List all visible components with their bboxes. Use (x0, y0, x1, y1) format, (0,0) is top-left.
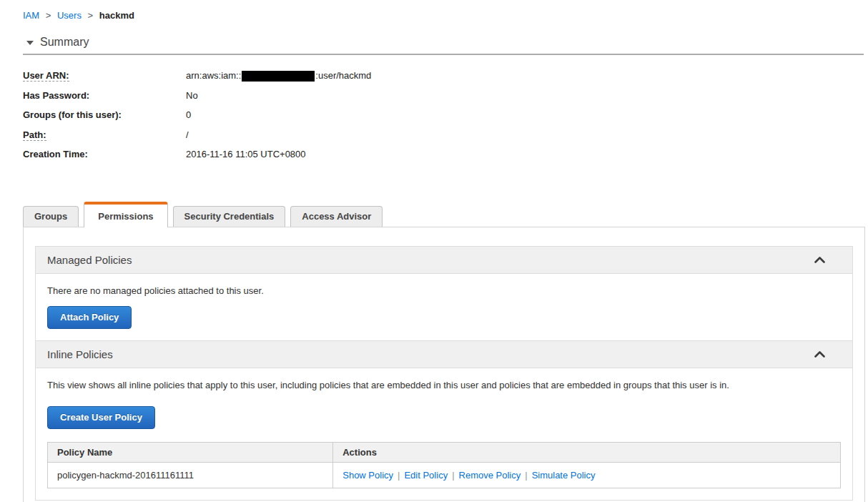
summary-fields: User ARN: arn:aws:iam:::user/hackmd Has … (23, 66, 864, 164)
groups-count-value: 0 (186, 109, 191, 120)
breadcrumb-separator: > (88, 10, 94, 21)
edit-policy-link[interactable]: Edit Policy (404, 470, 448, 481)
managed-policies-body: There are no managed policies attached t… (36, 274, 852, 340)
inline-policies-title: Inline Policies (47, 348, 113, 360)
inline-policies-description: This view shows all inline policies that… (47, 379, 841, 391)
creation-time-value: 2016-11-16 11:05 UTC+0800 (186, 149, 306, 159)
field-row-user-arn: User ARN: arn:aws:iam:::user/hackmd (23, 66, 864, 86)
breadcrumb-current-user: hackmd (99, 10, 134, 21)
inline-policies-section: Inline Policies This view shows all inli… (35, 340, 853, 501)
managed-policies-header[interactable]: Managed Policies (36, 247, 852, 274)
field-row-creation-time: Creation Time: 2016-11-16 11:05 UTC+0800 (23, 144, 864, 164)
attach-policy-button[interactable]: Attach Policy (47, 306, 132, 329)
user-arn-label: User ARN: (23, 70, 186, 81)
tab-access-advisor[interactable]: Access Advisor (290, 206, 383, 227)
breadcrumb-link-iam[interactable]: IAM (23, 10, 39, 21)
field-row-groups: Groups (for this user): 0 (23, 105, 864, 125)
path-value: / (186, 129, 189, 140)
has-password-label: Has Password: (23, 90, 186, 101)
breadcrumb-separator: > (46, 10, 51, 21)
managed-policies-empty-message: There are no managed policies attached t… (47, 285, 841, 297)
tab-security-credentials[interactable]: Security Credentials (173, 206, 286, 227)
breadcrumb: IAM > Users > hackmd (23, 10, 864, 21)
field-row-path: Path: / (23, 125, 864, 145)
table-header-row: Policy Name Actions (48, 442, 841, 462)
action-separator: | (525, 470, 527, 481)
remove-policy-link[interactable]: Remove Policy (459, 470, 521, 481)
action-separator: | (452, 470, 454, 481)
collapse-chevron-icon[interactable] (813, 350, 841, 359)
field-row-has-password: Has Password: No (23, 86, 864, 106)
inline-policies-header[interactable]: Inline Policies (36, 341, 852, 368)
create-user-policy-button[interactable]: Create User Policy (47, 406, 155, 429)
tab-groups[interactable]: Groups (23, 206, 79, 227)
policy-name-cell: policygen-hackmd-201611161111 (48, 462, 333, 488)
collapse-triangle-icon[interactable] (26, 41, 34, 45)
policy-name-column-header: Policy Name (48, 442, 333, 462)
groups-count-label: Groups (for this user): (23, 109, 186, 120)
summary-title: Summary (40, 36, 89, 49)
redacted-account-id (242, 71, 315, 82)
path-label: Path: (23, 129, 186, 140)
tab-bar: Groups Permissions Security Credentials … (23, 202, 864, 227)
creation-time-label: Creation Time: (23, 149, 186, 159)
show-policy-link[interactable]: Show Policy (342, 470, 393, 481)
summary-divider (23, 54, 864, 55)
simulate-policy-link[interactable]: Simulate Policy (532, 470, 596, 481)
has-password-value: No (186, 90, 198, 101)
collapse-chevron-icon[interactable] (813, 255, 841, 265)
inline-policies-body: This view shows all inline policies that… (36, 368, 852, 500)
actions-column-header: Actions (333, 442, 841, 462)
iam-user-detail-page: IAM > Users > hackmd Summary User ARN: a… (0, 0, 868, 502)
action-separator: | (398, 470, 400, 481)
managed-policies-section: Managed Policies There are no managed po… (35, 246, 853, 341)
inline-policies-table: Policy Name Actions policygen-hackmd-201… (47, 442, 841, 488)
summary-section-header[interactable]: Summary (23, 36, 864, 49)
table-row: policygen-hackmd-201611161111 Show Polic… (48, 462, 841, 488)
tab-permissions[interactable]: Permissions (84, 202, 167, 227)
actions-cell: Show Policy|Edit Policy|Remove Policy|Si… (333, 462, 841, 488)
permissions-tab-panel: Managed Policies There are no managed po… (23, 227, 865, 502)
managed-policies-title: Managed Policies (47, 254, 132, 266)
breadcrumb-link-users[interactable]: Users (57, 10, 82, 21)
user-arn-value: arn:aws:iam:::user/hackmd (186, 70, 371, 82)
